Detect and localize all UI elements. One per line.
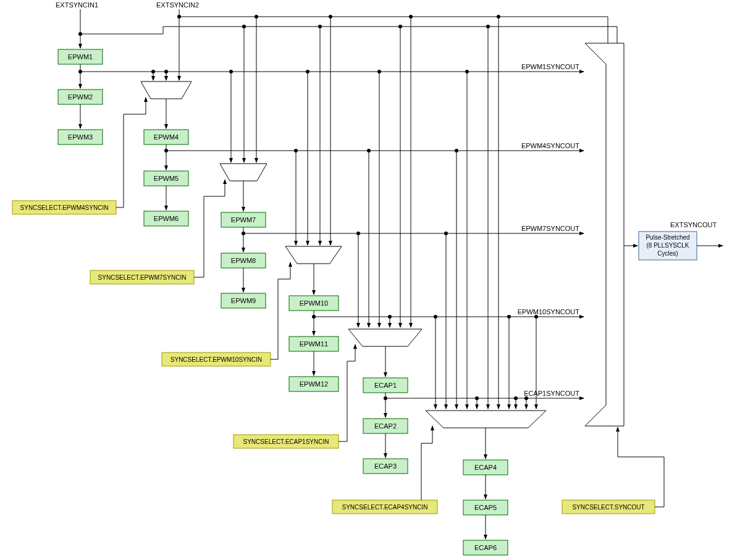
wire <box>271 262 290 359</box>
label-pulse-1: Pulse-Stretched <box>646 234 689 241</box>
label-syncselect-syncout: SYNCSELECT.SYNCOUT <box>572 504 644 511</box>
wire <box>194 180 225 277</box>
node <box>507 315 511 319</box>
label-ecap2: ECAP2 <box>374 422 397 430</box>
label-epwm8: EPWM8 <box>231 257 256 264</box>
label-syncselect-ecap4: SYNCSELECT.ECAP4SYNCIN <box>342 504 428 511</box>
label-pulse-2: (8 PLLSYSCLK <box>647 242 689 249</box>
node <box>475 396 479 400</box>
wire <box>80 64 584 72</box>
node <box>78 32 82 36</box>
wire <box>339 345 355 441</box>
label-syncselect-epwm7: SYNCSELECT.EPWM7SYNCIN <box>98 274 187 281</box>
wire <box>80 27 163 34</box>
mux-output <box>585 43 624 426</box>
label-epwm7syncout: EPWM7SYNCOUT <box>521 225 579 232</box>
mux-epwm7 <box>220 164 267 181</box>
node <box>514 396 518 400</box>
label-ecap4: ECAP4 <box>474 464 497 471</box>
label-epwm1syncout: EPWM1SYNCOUT <box>521 63 579 70</box>
label-extsyncin2: EXTSYNCIN2 <box>156 1 199 9</box>
label-epwm10: EPWM10 <box>300 299 328 307</box>
label-epwm10syncout: EPWM10SYNCOUT <box>518 308 580 316</box>
mux-ecap1 <box>348 329 422 346</box>
label-syncselect-epwm4: SYNCSELECT.EPWM4SYNCIN <box>20 204 109 211</box>
label-epwm4syncout: EPWM4SYNCOUT <box>521 142 579 149</box>
mux-ecap4 <box>426 411 546 428</box>
label-epwm12: EPWM12 <box>300 380 328 388</box>
label-epwm7: EPWM7 <box>231 216 256 224</box>
label-epwm5: EPWM5 <box>154 175 179 182</box>
label-epwm11: EPWM11 <box>300 340 328 348</box>
label-extsyncin1: EXTSYNCIN1 <box>56 1 98 9</box>
node <box>164 70 168 73</box>
label-epwm4: EPWM4 <box>154 133 179 141</box>
wire <box>618 427 664 507</box>
label-ecap6: ECAP6 <box>474 544 497 551</box>
label-syncselect-epwm10: SYNCSELECT.EPWM10SYNCIN <box>170 356 262 363</box>
label-epwm2: EPWM2 <box>68 93 93 101</box>
label-syncselect-ecap1: SYNCSELECT.ECAP1SYNCIN <box>243 438 329 445</box>
label-ecap1syncout: ECAP1SYNCOUT <box>524 390 579 397</box>
mux-epwm4 <box>141 81 191 99</box>
label-extsyncout: EXTSYNCOUT <box>670 221 717 228</box>
wire <box>116 98 146 207</box>
label-pulse-3: Cycles) <box>657 250 678 257</box>
label-ecap5: ECAP5 <box>474 504 497 511</box>
wire <box>421 426 432 500</box>
label-epwm1: EPWM1 <box>68 53 93 61</box>
label-ecap1: ECAP1 <box>374 382 397 389</box>
label-epwm3: EPWM3 <box>68 133 93 141</box>
label-ecap3: ECAP3 <box>374 462 397 470</box>
label-epwm9: EPWM9 <box>231 297 256 304</box>
label-epwm6: EPWM6 <box>154 215 179 222</box>
node <box>388 315 392 319</box>
mux-epwm10 <box>285 246 342 264</box>
